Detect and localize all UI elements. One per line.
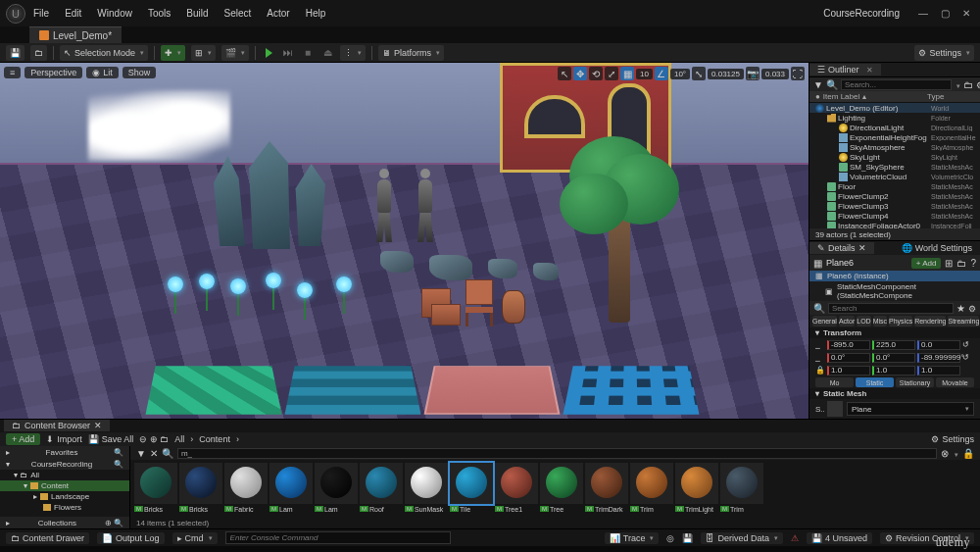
trace-store-icon[interactable]: 💾: [682, 533, 693, 543]
details-tab[interactable]: ✎ Details✕: [809, 242, 874, 254]
static-mesh-selector[interactable]: Plane: [847, 402, 974, 416]
select-tool[interactable]: ↖: [558, 67, 571, 80]
asset-thumbnail[interactable]: MTrim: [720, 463, 763, 514]
asset-thumbnail[interactable]: MTree1: [495, 463, 538, 514]
help-icon[interactable]: ?: [970, 258, 976, 269]
stop-button[interactable]: ■: [301, 46, 315, 60]
menu-build[interactable]: Build: [178, 8, 216, 19]
rotate-tool[interactable]: ⟲: [589, 67, 603, 80]
outliner-row[interactable]: Level_Demo (Editor)World: [809, 103, 980, 113]
favorite-icon[interactable]: ★: [956, 303, 965, 314]
component-icon[interactable]: ⊞: [945, 258, 953, 269]
menu-select[interactable]: Select: [217, 8, 260, 19]
outliner-row[interactable]: VolumetricCloudVolumetricClo: [809, 172, 980, 181]
snap-grid-toggle[interactable]: ▦: [620, 67, 634, 80]
rot-y[interactable]: 0.0°: [872, 353, 915, 363]
outliner-row[interactable]: FlowerClump2StaticMeshAc: [809, 191, 980, 201]
show-dropdown[interactable]: Show: [122, 67, 157, 78]
scl-y[interactable]: 1.0: [872, 366, 915, 376]
lit-dropdown[interactable]: ◉ Lit: [86, 67, 119, 78]
loc-y[interactable]: 225.0: [872, 340, 915, 350]
unsaved-button[interactable]: 💾 4 Unsaved: [807, 532, 872, 544]
play-button[interactable]: [262, 46, 275, 60]
menu-window[interactable]: Window: [89, 8, 140, 19]
translate-tool[interactable]: ✥: [573, 67, 587, 80]
rot-z[interactable]: -89.999999°: [917, 353, 960, 363]
mobility-movable[interactable]: Movable: [936, 377, 974, 387]
viewport[interactable]: ≡ Perspective ◉ Lit Show ↖ ✥ ⟲ ⤢ ▦ 10 ∠ …: [0, 63, 808, 419]
settings-dropdown[interactable]: Settings: [914, 45, 974, 61]
scl-x[interactable]: 1.0: [827, 366, 870, 376]
scl-z[interactable]: 1.0: [917, 366, 960, 376]
component-child[interactable]: ▣ StaticMeshComponent (StaticMeshCompone: [809, 281, 980, 301]
eject-button[interactable]: ⏏: [320, 46, 334, 60]
snap-angle-value[interactable]: 10°: [670, 69, 690, 79]
source-tree[interactable]: ▸ Favorites 🔍 ▾ CourseRecording 🔍 ▾ 🗀 Al…: [0, 446, 130, 528]
menu-edit[interactable]: Edit: [57, 8, 89, 19]
asset-thumbnail[interactable]: MBricks: [134, 463, 177, 514]
cinematics-button[interactable]: 🎬: [221, 45, 249, 61]
asset-thumbnail[interactable]: MSunMask: [405, 463, 448, 514]
reset-icon[interactable]: ↺: [962, 340, 969, 349]
filter-actor[interactable]: Actor: [839, 316, 855, 326]
tree-content[interactable]: ▾ Content: [0, 480, 129, 491]
outliner-row[interactable]: ExponentialHeightFogExponentialHe: [809, 132, 980, 142]
asset-thumbnail[interactable]: MLam: [315, 463, 358, 514]
outliner-view-options[interactable]: [955, 79, 960, 90]
folder-icon[interactable]: 🗀: [963, 79, 973, 90]
outliner-row[interactable]: FloorStaticMeshAc: [809, 181, 980, 191]
perspective-dropdown[interactable]: Perspective: [24, 67, 82, 78]
add-actor-button[interactable]: ✚: [161, 45, 185, 61]
cmd-dropdown[interactable]: ▸ Cmd: [172, 532, 218, 544]
maximize-button[interactable]: ▢: [937, 6, 953, 22]
blueprint-button[interactable]: ⊞: [191, 45, 216, 61]
play-options[interactable]: ⋮: [340, 45, 366, 61]
filter-misc[interactable]: Misc: [873, 316, 887, 326]
snap-scale-toggle[interactable]: ⤡: [692, 67, 706, 80]
outliner-tab[interactable]: ☰ Outliner✕: [809, 64, 881, 75]
camera-speed-value[interactable]: 0.033: [761, 69, 789, 79]
filter-lod[interactable]: LOD: [857, 316, 870, 326]
snap-angle-toggle[interactable]: ∠: [655, 67, 668, 80]
menu-actor[interactable]: Actor: [259, 8, 297, 19]
selection-mode-dropdown[interactable]: ↖ Selection Mode: [60, 45, 148, 61]
rot-x[interactable]: 0.0°: [827, 353, 870, 363]
viewport-maximize[interactable]: ⛶: [791, 67, 805, 80]
snap-scale-value[interactable]: 0.03125: [708, 69, 744, 79]
save-button[interactable]: 💾: [6, 45, 24, 61]
outliner-tree[interactable]: Level_Demo (Editor)WorldLightingFolderDi…: [809, 103, 980, 228]
favorites-section[interactable]: ▸ Favorites 🔍: [0, 446, 129, 458]
cb-settings-button[interactable]: Settings: [931, 434, 974, 444]
menu-tools[interactable]: Tools: [140, 8, 178, 19]
content-drawer-button[interactable]: 🗀 Content Drawer: [6, 532, 89, 544]
reset-icon[interactable]: ↺: [962, 353, 969, 362]
save-all-button[interactable]: 💾 Save All: [88, 434, 134, 444]
column-item-label[interactable]: ● Item Label ▴: [815, 92, 927, 101]
outliner-search[interactable]: [841, 79, 952, 90]
tree-all[interactable]: ▾ 🗀 All: [0, 470, 129, 480]
loc-z[interactable]: 0.0: [917, 340, 960, 350]
outliner-row[interactable]: LightingFolder: [809, 113, 980, 123]
category-static-mesh[interactable]: ▾ Static Mesh: [809, 388, 980, 399]
project-section[interactable]: ▾ CourseRecording 🔍: [0, 458, 129, 470]
menu-file[interactable]: File: [25, 8, 57, 19]
lock-icon[interactable]: 🔒: [962, 448, 974, 459]
filter-physics[interactable]: Physics: [889, 316, 912, 326]
mobility-static[interactable]: Static: [856, 377, 894, 387]
import-button[interactable]: ⬇ Import: [46, 434, 82, 444]
category-transform[interactable]: ▾ Transform: [809, 327, 980, 338]
crumb-all[interactable]: All: [174, 434, 184, 444]
outliner-row[interactable]: SkyLightSkyLight: [809, 152, 980, 162]
platforms-dropdown[interactable]: 🖥 Platforms: [378, 45, 444, 61]
asset-thumbnail[interactable]: MLam: [270, 463, 313, 514]
asset-thumbnail[interactable]: MFabric: [224, 463, 268, 514]
asset-filter-input[interactable]: [177, 448, 937, 459]
column-type[interactable]: Type: [927, 92, 974, 101]
trace-button[interactable]: 📊 Trace: [605, 532, 660, 544]
filter-general[interactable]: General: [812, 316, 837, 326]
derived-data-button[interactable]: 🗄 Derived Data: [701, 532, 783, 544]
tree-flowers[interactable]: Flowers: [0, 502, 129, 513]
bad-icon[interactable]: ⚠: [791, 533, 799, 543]
details-settings[interactable]: [968, 303, 976, 314]
filter-streaming[interactable]: Streaming: [948, 316, 979, 326]
